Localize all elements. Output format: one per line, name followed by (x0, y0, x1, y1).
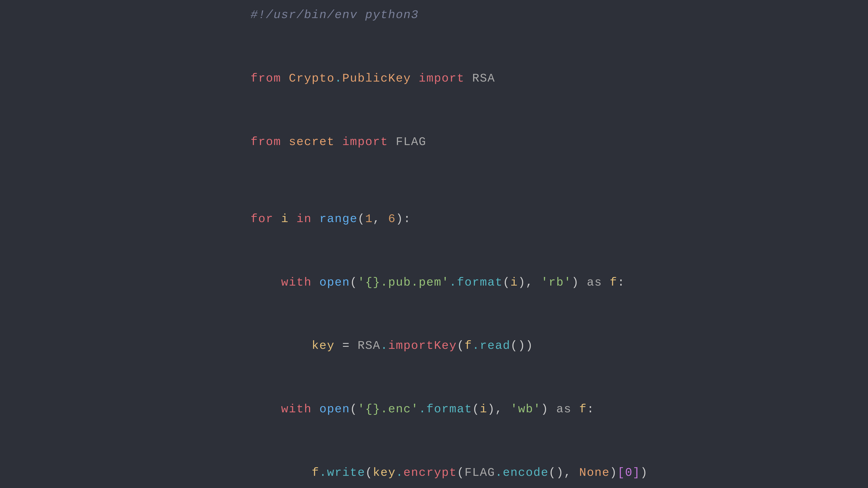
line-write: f.write(key.encrypt(FLAG.encode(), None)… (220, 441, 648, 488)
var-f-4: f (312, 466, 319, 480)
builtin-open-1: open (319, 276, 350, 289)
method-format-2: format (426, 402, 472, 416)
method-encrypt: encrypt (403, 466, 457, 480)
var-i: i (281, 213, 289, 226)
kw-for: for (251, 213, 274, 226)
kw-with-2: with (281, 402, 312, 416)
blank-line-1 (220, 174, 648, 187)
method-read: read (480, 339, 510, 352)
var-f-1: f (610, 276, 618, 289)
kw-none: None (579, 466, 610, 480)
var-i-1: i (510, 276, 518, 289)
var-f-3: f (579, 402, 587, 416)
var-key-2: key (373, 466, 396, 480)
module-crypto: Crypto (289, 72, 335, 85)
name-flag: FLAG (396, 135, 426, 149)
module-publickey: PublicKey (342, 72, 411, 85)
kw-from-1: from (251, 72, 281, 85)
line-for: for i in range(1, 6): (220, 187, 648, 251)
comment-shebang: #!/usr/bin/env python3 (251, 8, 419, 22)
builtin-range: range (319, 213, 358, 226)
kw-with-1: with (281, 276, 312, 289)
line-shebang: #!/usr/bin/env python3 (220, 0, 648, 47)
code-block: #!/usr/bin/env python3 from Crypto.Publi… (197, 0, 671, 488)
str-pub-pem: '{}.pub.pem' (358, 276, 450, 289)
kw-as-2: as (556, 402, 572, 416)
line-import2: from secret import FLAG (220, 110, 648, 174)
kw-as-1: as (587, 276, 602, 289)
kw-in: in (296, 213, 312, 226)
var-key: key (312, 339, 335, 352)
name-rsa-2: RSA (358, 339, 380, 352)
str-enc: '{}.enc' (358, 402, 418, 416)
module-secret: secret (289, 135, 335, 149)
builtin-open-2: open (319, 402, 350, 416)
kw-import-2: import (342, 135, 388, 149)
kw-import-1: import (418, 72, 465, 85)
num-1: 1 (365, 213, 373, 226)
kw-from-2: from (251, 135, 281, 149)
num-6: 6 (388, 213, 396, 226)
line-importkey: key = RSA.importKey(f.read()) (220, 314, 648, 378)
name-rsa: RSA (472, 72, 495, 85)
var-f-2: f (465, 339, 472, 352)
str-wb: 'wb' (510, 402, 541, 416)
method-importkey: importKey (388, 339, 457, 352)
method-encode: encode (503, 466, 549, 480)
method-format-1: format (457, 276, 503, 289)
line-with1: with open('{}.pub.pem'.format(i), 'rb') … (220, 251, 648, 314)
bracket-0: [0] (617, 466, 640, 480)
method-write: write (327, 466, 365, 480)
var-i-2: i (480, 402, 488, 416)
name-flag-2: FLAG (465, 466, 495, 480)
str-rb: 'rb' (541, 276, 571, 289)
line-with2: with open('{}.enc'.format(i), 'wb') as f… (220, 378, 648, 441)
line-import1: from Crypto.PublicKey import RSA (220, 47, 648, 110)
